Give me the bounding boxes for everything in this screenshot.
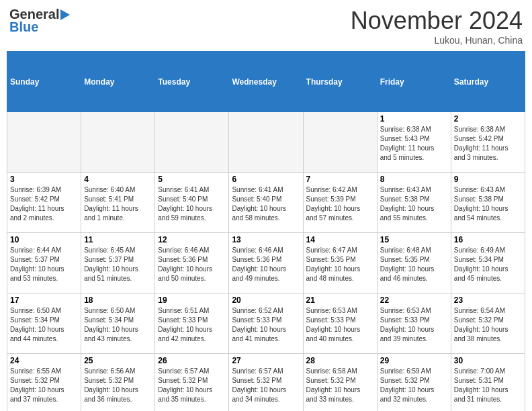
day-info: Sunrise: 6:51 AMSunset: 5:33 PMDaylight:… — [158, 306, 226, 344]
weekday-header-thursday: Thursday — [303, 52, 377, 112]
calendar-cell — [303, 112, 377, 173]
logo-text-blue: Blue — [9, 19, 38, 35]
day-number: 3 — [10, 175, 78, 184]
calendar-cell: 28Sunrise: 6:58 AMSunset: 5:32 PMDayligh… — [303, 354, 377, 412]
day-number: 30 — [454, 356, 522, 365]
calendar-cell: 4Sunrise: 6:40 AMSunset: 5:41 PMDaylight… — [81, 173, 155, 233]
calendar-cell: 13Sunrise: 6:46 AMSunset: 5:36 PMDayligh… — [229, 233, 303, 293]
day-info: Sunrise: 6:42 AMSunset: 5:39 PMDaylight:… — [306, 185, 374, 223]
day-number: 21 — [306, 295, 374, 305]
calendar-cell — [81, 112, 155, 173]
calendar-cell: 1Sunrise: 6:38 AMSunset: 5:43 PMDaylight… — [377, 112, 451, 173]
day-number: 29 — [380, 356, 448, 365]
calendar-table: SundayMondayTuesdayWednesdayThursdayFrid… — [7, 51, 525, 411]
day-info: Sunrise: 6:48 AMSunset: 5:35 PMDaylight:… — [380, 246, 448, 283]
calendar-header-row: SundayMondayTuesdayWednesdayThursdayFrid… — [7, 52, 525, 112]
calendar-cell: 7Sunrise: 6:42 AMSunset: 5:39 PMDaylight… — [303, 173, 377, 233]
day-number: 10 — [10, 235, 78, 244]
calendar-cell: 18Sunrise: 6:50 AMSunset: 5:34 PMDayligh… — [81, 293, 155, 354]
calendar-cell: 16Sunrise: 6:49 AMSunset: 5:34 PMDayligh… — [451, 233, 525, 293]
day-number: 25 — [84, 356, 152, 365]
day-number: 16 — [454, 235, 522, 244]
calendar-cell: 12Sunrise: 6:46 AMSunset: 5:36 PMDayligh… — [155, 233, 229, 293]
calendar-week-1: 1Sunrise: 6:38 AMSunset: 5:43 PMDaylight… — [7, 112, 525, 173]
day-number: 28 — [306, 356, 374, 365]
day-number: 1 — [380, 114, 448, 124]
calendar-cell: 19Sunrise: 6:51 AMSunset: 5:33 PMDayligh… — [155, 293, 229, 354]
day-info: Sunrise: 6:41 AMSunset: 5:40 PMDaylight:… — [158, 185, 226, 223]
weekday-header-tuesday: Tuesday — [155, 52, 229, 112]
day-info: Sunrise: 6:47 AMSunset: 5:35 PMDaylight:… — [306, 246, 374, 283]
day-number: 14 — [306, 235, 374, 244]
weekday-header-saturday: Saturday — [451, 52, 525, 112]
day-number: 11 — [84, 235, 152, 244]
day-number: 9 — [454, 175, 522, 184]
day-info: Sunrise: 6:41 AMSunset: 5:40 PMDaylight:… — [232, 185, 300, 223]
day-number: 26 — [158, 356, 226, 365]
month-title: November 2024 — [351, 7, 523, 35]
day-info: Sunrise: 6:40 AMSunset: 5:41 PMDaylight:… — [84, 185, 152, 223]
day-info: Sunrise: 6:38 AMSunset: 5:42 PMDaylight:… — [454, 125, 522, 163]
day-info: Sunrise: 6:53 AMSunset: 5:33 PMDaylight:… — [380, 306, 448, 344]
title-block: November 2024 Lukou, Hunan, China — [351, 7, 523, 46]
day-number: 24 — [10, 356, 78, 365]
day-info: Sunrise: 6:46 AMSunset: 5:36 PMDaylight:… — [158, 246, 226, 283]
calendar-week-3: 10Sunrise: 6:44 AMSunset: 5:37 PMDayligh… — [7, 233, 525, 293]
day-number: 12 — [158, 235, 226, 244]
day-number: 7 — [306, 175, 374, 184]
day-info: Sunrise: 6:45 AMSunset: 5:37 PMDaylight:… — [84, 246, 152, 283]
calendar-cell: 30Sunrise: 7:00 AMSunset: 5:31 PMDayligh… — [451, 354, 525, 412]
day-info: Sunrise: 6:39 AMSunset: 5:42 PMDaylight:… — [10, 185, 78, 223]
day-info: Sunrise: 6:55 AMSunset: 5:32 PMDaylight:… — [10, 367, 78, 404]
calendar-week-2: 3Sunrise: 6:39 AMSunset: 5:42 PMDaylight… — [7, 173, 525, 233]
day-info: Sunrise: 6:44 AMSunset: 5:37 PMDaylight:… — [10, 246, 78, 283]
day-info: Sunrise: 6:43 AMSunset: 5:38 PMDaylight:… — [380, 185, 448, 223]
day-info: Sunrise: 6:43 AMSunset: 5:38 PMDaylight:… — [454, 185, 522, 223]
day-number: 13 — [232, 235, 300, 244]
calendar-cell: 26Sunrise: 6:57 AMSunset: 5:32 PMDayligh… — [155, 354, 229, 412]
calendar-cell: 5Sunrise: 6:41 AMSunset: 5:40 PMDaylight… — [155, 173, 229, 233]
day-info: Sunrise: 6:46 AMSunset: 5:36 PMDaylight:… — [232, 246, 300, 283]
logo-arrow-icon — [60, 9, 70, 20]
calendar-cell — [7, 112, 81, 173]
day-info: Sunrise: 6:52 AMSunset: 5:33 PMDaylight:… — [232, 306, 300, 344]
day-number: 4 — [84, 175, 152, 184]
day-number: 15 — [380, 235, 448, 244]
calendar-cell: 21Sunrise: 6:53 AMSunset: 5:33 PMDayligh… — [303, 293, 377, 354]
weekday-header-friday: Friday — [377, 52, 451, 112]
calendar-cell: 9Sunrise: 6:43 AMSunset: 5:38 PMDaylight… — [451, 173, 525, 233]
day-info: Sunrise: 6:53 AMSunset: 5:33 PMDaylight:… — [306, 306, 374, 344]
calendar-cell: 23Sunrise: 6:54 AMSunset: 5:32 PMDayligh… — [451, 293, 525, 354]
weekday-header-sunday: Sunday — [7, 52, 81, 112]
day-info: Sunrise: 6:58 AMSunset: 5:32 PMDaylight:… — [306, 367, 374, 404]
calendar-cell: 10Sunrise: 6:44 AMSunset: 5:37 PMDayligh… — [7, 233, 81, 293]
calendar-cell — [229, 112, 303, 173]
day-info: Sunrise: 6:57 AMSunset: 5:32 PMDaylight:… — [232, 367, 300, 404]
day-info: Sunrise: 6:57 AMSunset: 5:32 PMDaylight:… — [158, 367, 226, 404]
calendar-cell: 14Sunrise: 6:47 AMSunset: 5:35 PMDayligh… — [303, 233, 377, 293]
day-number: 8 — [380, 175, 448, 184]
calendar-week-5: 24Sunrise: 6:55 AMSunset: 5:32 PMDayligh… — [7, 354, 525, 412]
calendar-week-4: 17Sunrise: 6:50 AMSunset: 5:34 PMDayligh… — [7, 293, 525, 354]
weekday-header-monday: Monday — [81, 52, 155, 112]
day-info: Sunrise: 6:49 AMSunset: 5:34 PMDaylight:… — [454, 246, 522, 283]
day-number: 27 — [232, 356, 300, 365]
calendar-cell: 6Sunrise: 6:41 AMSunset: 5:40 PMDaylight… — [229, 173, 303, 233]
day-number: 18 — [84, 295, 152, 305]
day-info: Sunrise: 6:56 AMSunset: 5:32 PMDaylight:… — [84, 367, 152, 404]
calendar-cell — [155, 112, 229, 173]
day-number: 2 — [454, 114, 522, 124]
day-number: 6 — [232, 175, 300, 184]
day-info: Sunrise: 7:00 AMSunset: 5:31 PMDaylight:… — [454, 367, 522, 404]
day-number: 23 — [454, 295, 522, 305]
day-info: Sunrise: 6:54 AMSunset: 5:32 PMDaylight:… — [454, 306, 522, 344]
calendar-cell: 17Sunrise: 6:50 AMSunset: 5:34 PMDayligh… — [7, 293, 81, 354]
day-info: Sunrise: 6:50 AMSunset: 5:34 PMDaylight:… — [10, 306, 78, 344]
calendar-cell: 25Sunrise: 6:56 AMSunset: 5:32 PMDayligh… — [81, 354, 155, 412]
day-number: 17 — [10, 295, 78, 305]
logo: General Blue — [9, 7, 70, 35]
calendar-cell: 8Sunrise: 6:43 AMSunset: 5:38 PMDaylight… — [377, 173, 451, 233]
day-number: 20 — [232, 295, 300, 305]
location-subtitle: Lukou, Hunan, China — [351, 35, 523, 46]
calendar-cell: 11Sunrise: 6:45 AMSunset: 5:37 PMDayligh… — [81, 233, 155, 293]
